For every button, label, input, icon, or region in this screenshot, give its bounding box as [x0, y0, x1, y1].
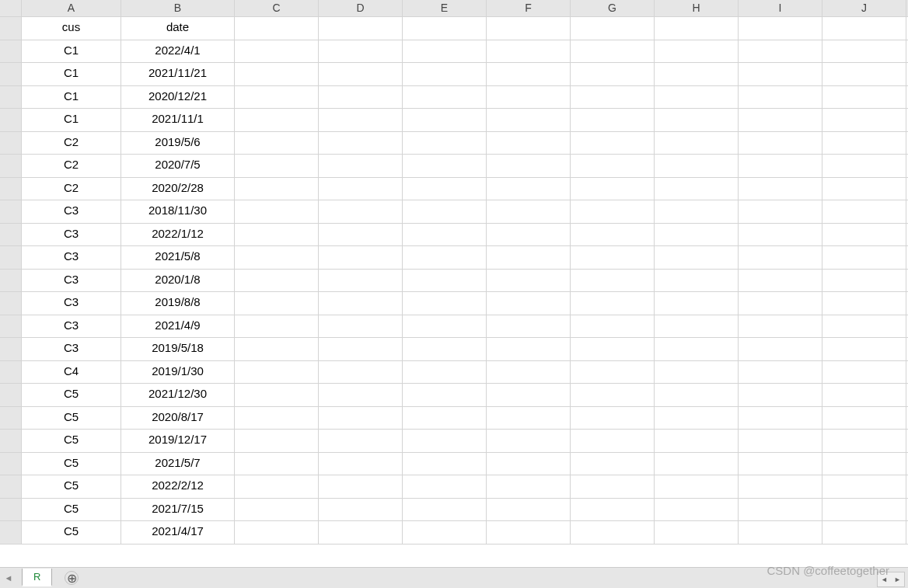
cell-E-3[interactable] — [403, 63, 487, 86]
cell-E-2[interactable] — [403, 40, 487, 64]
cell-A-18[interactable]: C5 — [22, 407, 121, 430]
cell-B-2[interactable]: 2022/4/1 — [121, 40, 235, 64]
cell-C-11[interactable] — [235, 246, 319, 270]
cell-I-4[interactable] — [739, 86, 822, 110]
cell-G-7[interactable] — [571, 155, 655, 178]
cell-E-13[interactable] — [403, 292, 487, 315]
cell-J-1[interactable] — [822, 17, 906, 40]
cell-C-15[interactable] — [235, 338, 319, 361]
cell-H-10[interactable] — [655, 224, 739, 247]
cell-B-5[interactable]: 2021/11/1 — [121, 109, 235, 132]
cell-F-14[interactable] — [487, 315, 571, 339]
cell-H-6[interactable] — [655, 132, 739, 155]
cell-J-13[interactable] — [822, 292, 906, 315]
cell-A-3[interactable]: C1 — [22, 63, 121, 86]
cell-D-16[interactable] — [319, 361, 403, 384]
cell-C-19[interactable] — [235, 430, 319, 453]
cell-E-22[interactable] — [403, 499, 487, 522]
cell-F-10[interactable] — [487, 224, 571, 247]
cell-J-8[interactable] — [822, 178, 906, 201]
column-header-b[interactable]: B — [121, 0, 235, 17]
cell-I-6[interactable] — [739, 132, 822, 155]
cell-B-11[interactable]: 2021/5/8 — [121, 246, 235, 270]
cell-F-20[interactable] — [487, 453, 571, 476]
cell-H-3[interactable] — [655, 63, 739, 86]
cell-I-18[interactable] — [739, 407, 822, 430]
cell-I-20[interactable] — [739, 453, 822, 476]
cell-E-5[interactable] — [403, 109, 487, 132]
cell-I-8[interactable] — [739, 178, 822, 201]
cell-F-16[interactable] — [487, 361, 571, 384]
cell-D-3[interactable] — [319, 63, 403, 86]
cell-I-14[interactable] — [739, 315, 822, 339]
cell-H-18[interactable] — [655, 407, 739, 430]
cell-D-18[interactable] — [319, 407, 403, 430]
cell-B-17[interactable]: 2021/12/30 — [121, 384, 235, 407]
cell-C-20[interactable] — [235, 453, 319, 476]
cell-F-5[interactable] — [487, 109, 571, 132]
cell-A-12[interactable]: C3 — [22, 270, 121, 293]
cell-I-17[interactable] — [739, 384, 822, 407]
cell-E-1[interactable] — [403, 17, 487, 40]
cell-H-8[interactable] — [655, 178, 739, 201]
cell-D-15[interactable] — [319, 338, 403, 361]
row-header[interactable] — [0, 109, 22, 132]
cell-J-9[interactable] — [822, 200, 906, 224]
cell-C-3[interactable] — [235, 63, 319, 86]
cell-J-14[interactable] — [822, 315, 906, 339]
cell-D-22[interactable] — [319, 499, 403, 522]
cell-D-10[interactable] — [319, 224, 403, 247]
cell-C-10[interactable] — [235, 224, 319, 247]
cell-B-1[interactable]: date — [121, 17, 235, 40]
cell-F-21[interactable] — [487, 475, 571, 499]
cell-D-19[interactable] — [319, 430, 403, 453]
add-sheet-button[interactable]: ⊕ — [65, 571, 79, 585]
cell-F-22[interactable] — [487, 499, 571, 522]
cell-I-12[interactable] — [739, 270, 822, 293]
cell-I-21[interactable] — [739, 475, 822, 499]
cell-B-18[interactable]: 2020/8/17 — [121, 407, 235, 430]
cell-A-17[interactable]: C5 — [22, 384, 121, 407]
cell-J-17[interactable] — [822, 384, 906, 407]
cell-F-9[interactable] — [487, 200, 571, 224]
cell-H-15[interactable] — [655, 338, 739, 361]
cell-A-22[interactable]: C5 — [22, 499, 121, 522]
cell-J-18[interactable] — [822, 407, 906, 430]
cell-F-19[interactable] — [487, 430, 571, 453]
cell-H-20[interactable] — [655, 453, 739, 476]
cell-F-15[interactable] — [487, 338, 571, 361]
cell-G-21[interactable] — [571, 475, 655, 499]
cell-J-4[interactable] — [822, 86, 906, 110]
cell-G-1[interactable] — [571, 17, 655, 40]
cell-B-21[interactable]: 2022/2/12 — [121, 475, 235, 499]
cell-I-11[interactable] — [739, 246, 822, 270]
row-header[interactable] — [0, 521, 22, 545]
cell-H-4[interactable] — [655, 86, 739, 110]
cell-F-4[interactable] — [487, 86, 571, 110]
cell-I-9[interactable] — [739, 200, 822, 224]
cell-C-17[interactable] — [235, 384, 319, 407]
row-header[interactable] — [0, 499, 22, 522]
cell-C-5[interactable] — [235, 109, 319, 132]
row-header[interactable] — [0, 338, 22, 361]
cell-J-20[interactable] — [822, 453, 906, 476]
cell-B-13[interactable]: 2019/8/8 — [121, 292, 235, 315]
row-header[interactable] — [0, 178, 22, 201]
cell-A-20[interactable]: C5 — [22, 453, 121, 476]
cell-D-12[interactable] — [319, 270, 403, 293]
cell-D-14[interactable] — [319, 315, 403, 339]
cell-J-2[interactable] — [822, 40, 906, 64]
cell-J-7[interactable] — [822, 155, 906, 178]
cell-E-8[interactable] — [403, 178, 487, 201]
cell-D-1[interactable] — [319, 17, 403, 40]
cell-A-7[interactable]: C2 — [22, 155, 121, 178]
cell-D-20[interactable] — [319, 453, 403, 476]
cell-D-4[interactable] — [319, 86, 403, 110]
row-header[interactable] — [0, 361, 22, 384]
cell-G-6[interactable] — [571, 132, 655, 155]
column-header-c[interactable]: C — [235, 0, 319, 17]
cell-B-15[interactable]: 2019/5/18 — [121, 338, 235, 361]
cell-C-4[interactable] — [235, 86, 319, 110]
cell-A-11[interactable]: C3 — [22, 246, 121, 270]
cell-A-6[interactable]: C2 — [22, 132, 121, 155]
